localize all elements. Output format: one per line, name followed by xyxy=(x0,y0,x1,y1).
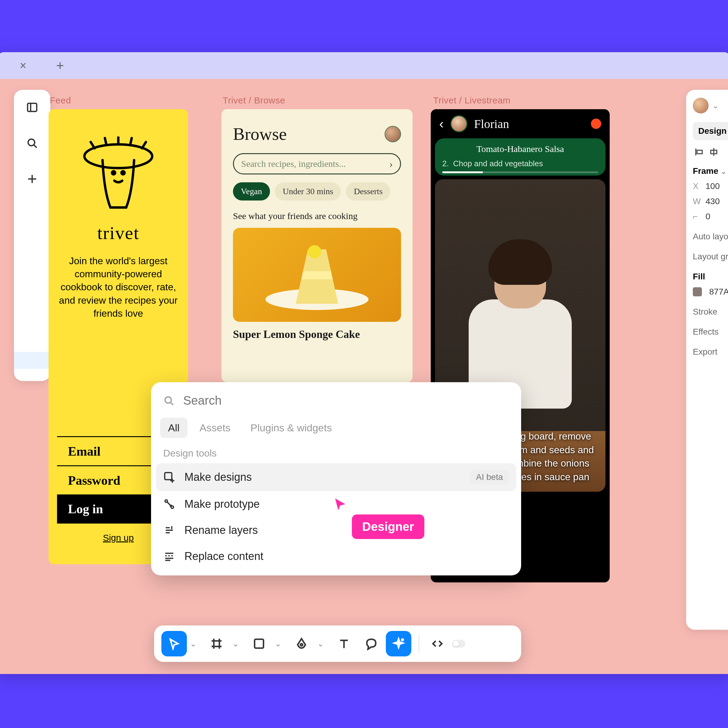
svg-line-13 xyxy=(142,142,146,148)
pill-vegan[interactable]: Vegan xyxy=(233,182,270,200)
canvas[interactable]: Feed Trivet / Browse Trivet / Livestream… xyxy=(0,79,728,674)
artboard-browse[interactable]: Browse Search recipes, ingredients... › … xyxy=(222,109,413,382)
svg-point-37 xyxy=(402,639,404,641)
tab-close[interactable]: × xyxy=(9,57,37,74)
user-menu[interactable]: ⌄ xyxy=(693,98,728,113)
palette-tab-all[interactable]: All xyxy=(160,418,187,438)
auto-layout-section[interactable]: Auto layo xyxy=(693,232,728,242)
toggle-icon[interactable] xyxy=(452,640,465,648)
tool-ai[interactable] xyxy=(386,631,411,656)
tool-devmode[interactable] xyxy=(425,631,450,656)
svg-rect-33 xyxy=(254,639,263,648)
svg-point-2 xyxy=(28,139,35,146)
login-blurb: Join the world's largest community-power… xyxy=(57,254,180,320)
tool-comment[interactable] xyxy=(359,631,384,656)
tool-move[interactable] xyxy=(161,631,187,656)
browse-subheader: See what your friends are cooking xyxy=(233,211,401,221)
palette-item-rename-layers[interactable]: Rename layers xyxy=(151,517,521,543)
brand-name: trivet xyxy=(97,223,139,243)
palette-section-label: Design tools xyxy=(151,445,521,463)
align-left-icon[interactable] xyxy=(694,147,704,157)
frame-label-livestream[interactable]: Trivet / Livestream xyxy=(433,95,511,106)
recipe-name: Tomato-Habanero Salsa xyxy=(435,144,606,154)
svg-point-14 xyxy=(165,397,171,403)
trivet-logo-icon xyxy=(79,136,158,216)
svg-line-3 xyxy=(34,145,37,148)
tool-frame[interactable] xyxy=(204,631,229,656)
progress-bar[interactable] xyxy=(442,171,598,173)
search-placeholder: Search recipes, ingredients... xyxy=(241,159,346,169)
command-palette: All Assets Plugins & widgets Design tool… xyxy=(151,382,521,575)
chevron-right-icon: › xyxy=(389,158,393,170)
palette-item-replace-content[interactable]: Replace content xyxy=(151,543,521,569)
tool-shape[interactable] xyxy=(246,631,272,656)
stroke-section[interactable]: Stroke xyxy=(693,307,728,317)
svg-point-19 xyxy=(165,500,167,502)
search-input[interactable]: Search recipes, ingredients... › xyxy=(233,153,401,174)
palette-tab-assets[interactable]: Assets xyxy=(192,418,239,438)
svg-point-8 xyxy=(121,171,124,174)
step-text: Chop and add vegetables xyxy=(453,159,543,168)
prototype-icon xyxy=(163,498,175,510)
tool-pen[interactable] xyxy=(289,631,314,656)
back-icon[interactable]: ‹ xyxy=(439,116,444,132)
cursor-icon xyxy=(330,494,351,514)
x-value[interactable]: 100 xyxy=(705,181,720,191)
chevron-down-icon[interactable]: ⌄ xyxy=(274,639,283,648)
search-icon[interactable] xyxy=(25,136,40,150)
palette-item-make-designs[interactable]: Make designs AI beta xyxy=(156,463,516,491)
fill-value[interactable]: 877A xyxy=(693,287,728,297)
svg-point-7 xyxy=(112,171,115,174)
export-section[interactable]: Export xyxy=(693,347,728,357)
close-icon: × xyxy=(20,59,26,72)
svg-line-9 xyxy=(91,142,95,148)
layout-grid-section[interactable]: Layout gr xyxy=(693,252,728,262)
left-sidebar xyxy=(14,90,50,381)
svg-line-12 xyxy=(130,138,132,145)
tab-design[interactable]: Design xyxy=(693,122,728,140)
cursor-label: Designer xyxy=(352,514,424,539)
pill-under30[interactable]: Under 30 mins xyxy=(275,182,341,200)
tab-add[interactable]: + xyxy=(46,57,74,74)
frame-label-feed[interactable]: Feed xyxy=(50,95,71,106)
frame-section[interactable]: Frame xyxy=(693,166,718,176)
palette-search-input[interactable] xyxy=(183,394,509,407)
svg-point-34 xyxy=(300,644,303,646)
fill-section: Fill xyxy=(693,272,728,281)
frame-plus-icon xyxy=(163,471,175,483)
bottom-toolbar: ⌄ ⌄ ⌄ ⌄ xyxy=(154,626,521,662)
sidebar-selection[interactable] xyxy=(14,352,50,369)
svg-rect-39 xyxy=(697,150,702,153)
browse-title: Browse xyxy=(233,124,287,144)
app-window: × + Feed Trivet / Browse Trivet / Livest… xyxy=(0,52,728,674)
user-avatar[interactable] xyxy=(385,126,401,142)
streamer-name: Florian xyxy=(474,117,509,131)
pill-desserts[interactable]: Desserts xyxy=(346,182,390,200)
chevron-down-icon[interactable]: ⌄ xyxy=(316,639,325,648)
tool-text[interactable] xyxy=(331,631,357,656)
chevron-down-icon[interactable]: ⌄ xyxy=(231,639,240,648)
properties-panel: ⌄ Design Frame ⌄ X100 W430 ⌐0 Auto layo … xyxy=(686,90,728,630)
add-page-icon[interactable] xyxy=(25,172,40,186)
rename-icon xyxy=(163,524,175,536)
streamer-avatar[interactable] xyxy=(450,115,468,132)
svg-rect-0 xyxy=(28,104,37,112)
signup-link[interactable]: Sign up xyxy=(103,533,134,543)
replace-icon xyxy=(163,550,175,562)
recipe-title: Super Lemon Sponge Cake xyxy=(233,328,401,341)
fill-swatch-icon xyxy=(693,287,702,296)
panel-icon[interactable] xyxy=(25,100,40,115)
chevron-down-icon[interactable]: ⌄ xyxy=(189,639,198,648)
rotation-value[interactable]: 0 xyxy=(705,212,710,222)
live-indicator-icon xyxy=(591,119,601,129)
w-value[interactable]: 430 xyxy=(705,197,720,206)
effects-section[interactable]: Effects xyxy=(693,327,728,337)
frame-label-browse[interactable]: Trivet / Browse xyxy=(223,95,285,106)
recipe-card[interactable]: Super Lemon Sponge Cake xyxy=(233,228,401,341)
tab-bar: × + xyxy=(0,52,728,79)
svg-line-10 xyxy=(105,138,107,145)
search-icon xyxy=(163,395,175,407)
svg-rect-16 xyxy=(165,473,172,480)
align-center-icon[interactable] xyxy=(708,147,719,157)
palette-tab-plugins[interactable]: Plugins & widgets xyxy=(243,418,340,438)
